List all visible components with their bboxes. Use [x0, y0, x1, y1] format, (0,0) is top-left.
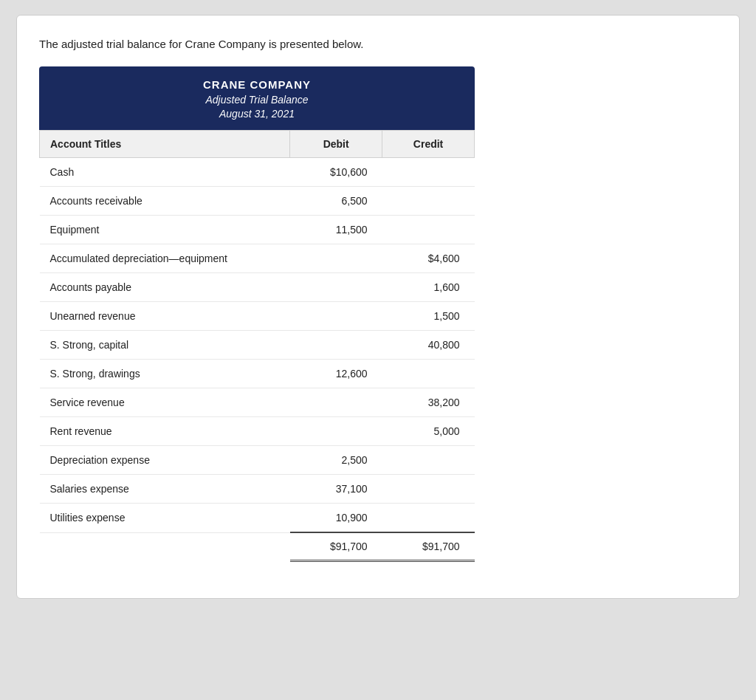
- table-row: Accounts payable1,600: [40, 273, 475, 302]
- cell-credit: [382, 360, 475, 388]
- intro-text: The adjusted trial balance for Crane Com…: [39, 38, 717, 50]
- cell-credit: 1,600: [382, 273, 475, 302]
- cell-credit: [382, 504, 475, 533]
- cell-account: Accounts payable: [40, 273, 290, 302]
- cell-account: Rent revenue: [40, 417, 290, 446]
- cell-debit: 11,500: [290, 216, 382, 244]
- table-row: S. Strong, capital40,800: [40, 331, 475, 360]
- table-row: Accounts receivable6,500: [40, 187, 475, 216]
- cell-account: Equipment: [40, 216, 290, 244]
- cell-credit: [382, 216, 475, 244]
- table-body: Cash$10,600Accounts receivable6,500Equip…: [40, 158, 475, 533]
- cell-account: Accounts receivable: [40, 187, 290, 216]
- cell-debit: [290, 302, 382, 331]
- cell-credit: 5,000: [382, 417, 475, 446]
- table-header: CRANE COMPANY Adjusted Trial Balance Aug…: [39, 66, 475, 130]
- table-row: Utilities expense10,900: [40, 504, 475, 533]
- table-row: Service revenue38,200: [40, 388, 475, 417]
- table-row: Unearned revenue1,500: [40, 302, 475, 331]
- page-container: The adjusted trial balance for Crane Com…: [16, 15, 740, 599]
- cell-account: Depreciation expense: [40, 446, 290, 475]
- table-row: Cash$10,600: [40, 158, 475, 187]
- cell-credit: [382, 187, 475, 216]
- cell-account: Utilities expense: [40, 504, 290, 533]
- cell-debit: [290, 388, 382, 417]
- cell-credit: $4,600: [382, 244, 475, 273]
- cell-debit: [290, 273, 382, 302]
- cell-account: Cash: [40, 158, 290, 187]
- cell-credit: [382, 158, 475, 187]
- cell-debit: 10,900: [290, 504, 382, 533]
- cell-account: Unearned revenue: [40, 302, 290, 331]
- trial-balance-table: Account Titles Debit Credit Cash$10,600A…: [39, 130, 475, 569]
- cell-account: Service revenue: [40, 388, 290, 417]
- company-name: CRANE COMPANY: [47, 78, 467, 91]
- totals-row: $91,700 $91,700: [40, 532, 475, 561]
- cell-account: S. Strong, drawings: [40, 360, 290, 388]
- cell-debit: 12,600: [290, 360, 382, 388]
- cell-debit: 37,100: [290, 475, 382, 504]
- col-header-account: Account Titles: [40, 131, 290, 158]
- cell-account: Accumulated depreciation—equipment: [40, 244, 290, 273]
- table-wrapper: CRANE COMPANY Adjusted Trial Balance Aug…: [39, 66, 475, 569]
- cell-debit: [290, 331, 382, 360]
- table-row: Salaries expense37,100: [40, 475, 475, 504]
- table-row: Equipment11,500: [40, 216, 475, 244]
- cell-account: Salaries expense: [40, 475, 290, 504]
- table-row: Accumulated depreciation—equipment$4,600: [40, 244, 475, 273]
- table-row: Rent revenue5,000: [40, 417, 475, 446]
- double-underline-row: [40, 561, 475, 569]
- cell-debit: [290, 417, 382, 446]
- cell-credit: [382, 475, 475, 504]
- table-subtitle: Adjusted Trial Balance: [47, 94, 467, 106]
- table-header-row: Account Titles Debit Credit: [40, 131, 475, 158]
- cell-debit: 2,500: [290, 446, 382, 475]
- cell-credit: [382, 446, 475, 475]
- total-credit: $91,700: [382, 532, 475, 561]
- total-debit: $91,700: [290, 532, 382, 561]
- table-footer: $91,700 $91,700: [40, 532, 475, 569]
- cell-debit: [290, 244, 382, 273]
- table-row: S. Strong, drawings12,600: [40, 360, 475, 388]
- col-header-credit: Credit: [382, 131, 475, 158]
- cell-credit: 1,500: [382, 302, 475, 331]
- table-row: Depreciation expense2,500: [40, 446, 475, 475]
- cell-credit: 40,800: [382, 331, 475, 360]
- table-date: August 31, 2021: [47, 108, 467, 120]
- cell-credit: 38,200: [382, 388, 475, 417]
- col-header-debit: Debit: [290, 131, 382, 158]
- cell-debit: $10,600: [290, 158, 382, 187]
- cell-account: S. Strong, capital: [40, 331, 290, 360]
- totals-label: [40, 532, 290, 561]
- cell-debit: 6,500: [290, 187, 382, 216]
